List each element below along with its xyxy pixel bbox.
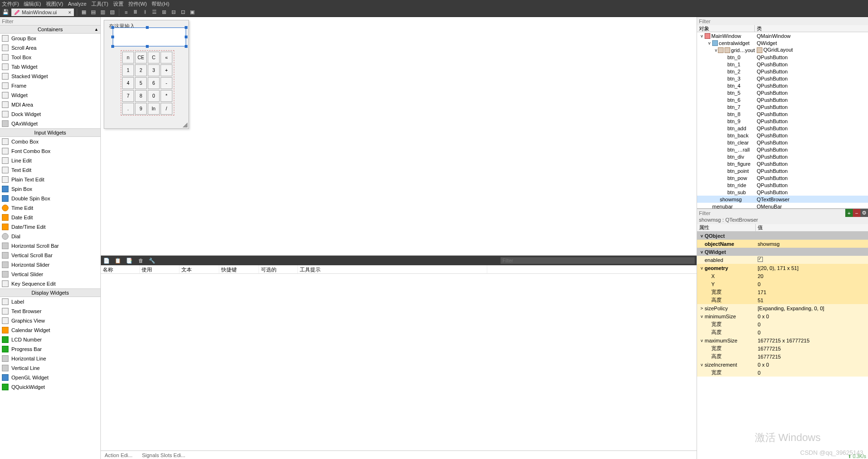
action-filter[interactable] [501, 257, 695, 264]
expand-toggle-icon[interactable]: v [699, 362, 705, 367]
property-row[interactable]: 宽度16777215 [697, 344, 868, 352]
widget-item[interactable]: Calendar Widget [0, 325, 100, 335]
calc-button[interactable]: 1 [122, 64, 134, 76]
widget-item[interactable]: QAxWidget [0, 119, 100, 128]
break-layout-icon[interactable]: ⊡ [179, 9, 187, 16]
menu-item[interactable]: 控件(W) [128, 0, 147, 8]
tab-signals-slots[interactable]: Signals Slots Edi... [142, 452, 186, 458]
widget-item[interactable]: Group Box [0, 34, 100, 43]
layout-icon[interactable]: ▧ [108, 9, 116, 16]
widget-item[interactable]: Tool Box [0, 53, 100, 62]
object-tree-row[interactable]: btn_0QPushButton [697, 54, 868, 61]
menu-item[interactable]: 视图(V) [46, 0, 63, 8]
menu-item[interactable]: Analyze [68, 1, 86, 7]
object-tree-row[interactable]: btn_backQPushButton [697, 132, 868, 139]
widget-item[interactable]: Double Spin Box [0, 194, 100, 203]
calc-button[interactable]: + [161, 64, 172, 76]
split-v-icon[interactable]: ☰ [151, 9, 158, 16]
widget-item[interactable]: Date Edit [0, 213, 100, 222]
calc-button[interactable]: « [161, 52, 172, 63]
object-tree-row[interactable]: btn_powQPushButton [697, 174, 868, 181]
property-value[interactable]: 0 [756, 330, 868, 335]
widget-item[interactable]: Line Edit [0, 156, 100, 165]
object-tree-row[interactable]: btn_9QPushButton [697, 117, 868, 125]
property-table[interactable]: vQObjectobjectNameshowmsgvQWidgetenabled… [697, 232, 868, 459]
widget-item[interactable]: QQuickWidget [0, 382, 100, 392]
menu-item[interactable]: 工具(T) [91, 0, 108, 8]
tree-toggle-icon[interactable]: v [714, 48, 718, 53]
new-action-icon[interactable]: 📄 [103, 257, 110, 264]
widget-group-header[interactable]: Display Widgets [0, 288, 100, 297]
calc-button[interactable]: 9 [135, 103, 147, 115]
property-value[interactable]: 16777215 x 16777215 [756, 338, 868, 343]
form-preview[interactable]: 在这里输入 nCEC«123+456-780*.9ln/ [104, 20, 189, 129]
property-value[interactable]: 16777215 [756, 346, 868, 351]
property-value[interactable]: showmsg [756, 241, 868, 247]
calc-button[interactable]: 2 [135, 64, 147, 76]
form-resize-grip[interactable] [183, 123, 188, 127]
menu-item[interactable]: 文件(F) [2, 0, 19, 8]
paste-icon[interactable]: 📑 [125, 257, 133, 264]
object-tree[interactable]: vMainWindowQMainWindowvcentralwidgetQWid… [697, 32, 868, 208]
widget-item[interactable]: Label [0, 297, 100, 306]
property-value[interactable]: [(20, 0), 171 x 51] [756, 265, 868, 271]
grid-layout-icon[interactable]: ⊟ [170, 9, 177, 16]
tree-toggle-icon[interactable]: v [699, 34, 705, 38]
property-row[interactable]: vminimumSize0 x 0 [697, 312, 868, 320]
widget-item[interactable]: Frame [0, 81, 100, 90]
object-tree-row[interactable]: vcentralwidgetQWidget [697, 39, 868, 46]
widget-item[interactable]: MDI Area [0, 100, 100, 109]
object-tree-row[interactable]: btn_rideQPushButton [697, 181, 868, 189]
property-value[interactable]: 16777215 [756, 354, 868, 360]
object-tree-row[interactable]: showmsgQTextBrowser [697, 196, 868, 203]
property-row[interactable]: vgeometry[(20, 0), 171 x 51] [697, 264, 868, 272]
widgetbox-filter[interactable] [0, 17, 100, 25]
menu-item[interactable]: 帮助(H) [152, 0, 169, 8]
widget-item[interactable]: Text Edit [0, 165, 100, 175]
form-layout-icon[interactable]: ⊞ [160, 9, 168, 16]
widget-group-header[interactable]: Containers▲ [0, 25, 100, 34]
action-table-body[interactable] [101, 274, 697, 450]
calc-button[interactable]: . [122, 103, 134, 115]
adjust-size-icon[interactable]: ▣ [188, 9, 196, 16]
widget-item[interactable]: LCD Number [0, 335, 100, 344]
object-tree-row[interactable]: btn_4QPushButton [697, 82, 868, 89]
remove-property-icon[interactable]: − [853, 209, 860, 217]
hlayout-icon[interactable]: ≡ [122, 9, 130, 16]
calc-button[interactable]: CE [135, 52, 147, 63]
widget-item[interactable]: Vertical Slider [0, 270, 100, 279]
action-column[interactable]: 文本 [179, 265, 219, 273]
widget-item[interactable]: Plain Text Edit [0, 175, 100, 184]
widget-group-header[interactable]: Input Widgets [0, 128, 100, 137]
menubar[interactable]: 文件(F)编辑(E)视图(V)Analyze工具(T)设置控件(W)帮助(H) [0, 0, 868, 8]
action-column[interactable]: 可选的 [259, 265, 298, 273]
save-icon[interactable]: 💾 [2, 9, 9, 16]
object-tree-row[interactable]: btn_clearQPushButton [697, 139, 868, 146]
wrench-icon[interactable]: 🔧 [148, 257, 156, 264]
calc-button[interactable]: ln [148, 103, 160, 115]
form-canvas[interactable]: 在这里输入 nCEC«123+456-780*.9ln/ [101, 17, 697, 255]
vlayout-icon[interactable]: Ⅲ [132, 9, 139, 16]
property-row[interactable]: vQWidget [697, 248, 868, 256]
widget-item[interactable]: Dock Widget [0, 109, 100, 119]
calc-button[interactable]: n [122, 52, 134, 63]
property-row[interactable]: vQObject [697, 232, 868, 240]
object-tree-row[interactable]: btn_figureQPushButton [697, 160, 868, 167]
widget-item[interactable]: Tab Widget [0, 62, 100, 72]
property-row[interactable]: >sizePolicy[Expanding, Expanding, 0, 0] [697, 304, 868, 312]
object-tree-row[interactable]: btn_8QPushButton [697, 110, 868, 117]
expand-toggle-icon[interactable]: v [699, 266, 705, 270]
property-row[interactable]: 宽度0 [697, 320, 868, 328]
widget-item[interactable]: Horizontal Scroll Bar [0, 241, 100, 251]
property-row[interactable]: 宽度171 [697, 288, 868, 296]
property-value[interactable]: [Expanding, Expanding, 0, 0] [756, 306, 868, 311]
widget-item[interactable]: Horizontal Line [0, 354, 100, 363]
layout-icon[interactable]: ▦ [80, 9, 88, 16]
action-column[interactable]: 工具提示 [298, 265, 487, 273]
property-row[interactable]: enabled [697, 256, 868, 264]
widget-item[interactable]: Date/Time Edit [0, 222, 100, 232]
calc-button[interactable]: C [148, 52, 160, 63]
close-tab-button[interactable]: × [68, 9, 71, 15]
object-tree-row[interactable]: btn_addQPushButton [697, 125, 868, 132]
widget-item[interactable]: Graphics View [0, 316, 100, 325]
